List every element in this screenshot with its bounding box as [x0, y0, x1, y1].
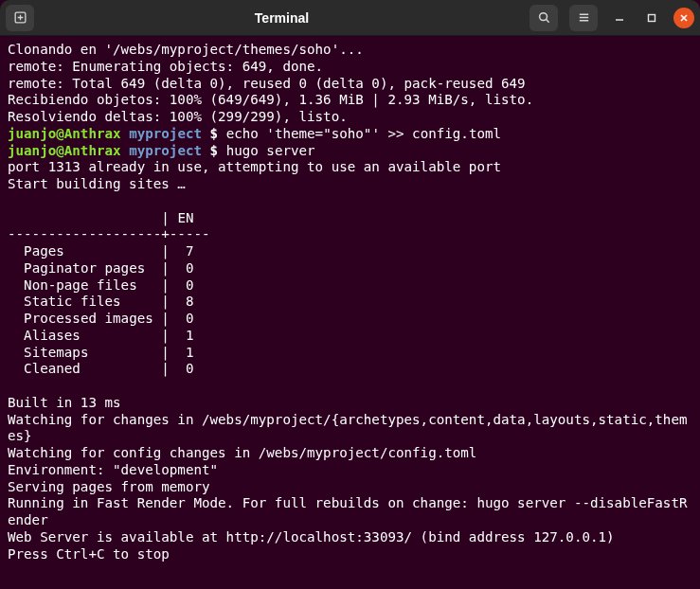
hamburger-icon [577, 10, 591, 25]
new-tab-button[interactable] [6, 5, 34, 31]
output-line: Start building sites … [8, 176, 186, 191]
output-line: Paginator pages | 0 [8, 260, 210, 276]
prompt-userhost: juanjo@Anthrax [8, 126, 121, 141]
terminal-window: Terminal [0, 0, 700, 589]
output-line: Recibiendo objetos: 100% (649/649), 1.36… [8, 92, 533, 107]
maximize-button[interactable] [641, 8, 662, 28]
svg-rect-9 [649, 14, 655, 21]
output-line: Aliases | 1 [8, 328, 210, 343]
minimize-button[interactable] [609, 8, 630, 28]
search-icon [537, 10, 551, 25]
prompt-path: myproject [129, 126, 202, 141]
output-line: Watching for config changes in /webs/myp… [8, 445, 476, 460]
command-text: hugo server [226, 143, 315, 158]
minimize-icon [615, 13, 624, 23]
search-button[interactable] [529, 5, 558, 31]
output-line: Sitemaps | 1 [8, 345, 210, 360]
output-line: remote: Total 649 (delta 0), reused 0 (d… [8, 76, 526, 91]
close-button[interactable] [673, 8, 694, 28]
output-line: Web Server is available at http://localh… [8, 529, 615, 544]
output-line: Running in Fast Render Mode. For full re… [8, 495, 688, 527]
prompt-symbol: $ [210, 126, 219, 141]
prompt-path: myproject [129, 143, 202, 158]
output-line: Clonando en '/webs/myproject/themes/soho… [8, 42, 364, 57]
maximize-icon [647, 13, 656, 23]
output-line: Serving pages from memory [8, 479, 210, 494]
output-line: -------------------+----- [8, 226, 210, 241]
svg-line-4 [546, 20, 548, 23]
titlebar: Terminal [0, 0, 700, 36]
command-text: echo 'theme="soho"' >> config.toml [226, 126, 501, 141]
new-tab-icon [13, 10, 27, 25]
output-line: | EN [8, 210, 210, 225]
output-line: Press Ctrl+C to stop [8, 546, 170, 562]
output-line: Environment: "development" [8, 462, 218, 477]
output-line: Processed images | 0 [8, 311, 210, 326]
output-line: Built in 13 ms [8, 395, 121, 410]
svg-point-3 [539, 13, 547, 21]
prompt-symbol: $ [210, 143, 219, 158]
close-icon [679, 13, 689, 23]
menu-button[interactable] [569, 5, 598, 31]
output-line: Static files | 8 [8, 294, 210, 309]
output-line: Cleaned | 0 [8, 361, 210, 376]
window-title: Terminal [34, 10, 529, 26]
terminal-output[interactable]: Clonando en '/webs/myproject/themes/soho… [0, 36, 700, 589]
output-line: Watching for changes in /webs/myproject/… [8, 412, 688, 444]
output-line: Pages | 7 [8, 243, 210, 259]
output-line: Non-page files | 0 [8, 277, 210, 293]
output-line: Resolviendo deltas: 100% (299/299), list… [8, 109, 348, 124]
output-line: remote: Enumerating objects: 649, done. [8, 59, 323, 74]
prompt-userhost: juanjo@Anthrax [8, 143, 121, 158]
output-line: port 1313 already in use, attempting to … [8, 159, 501, 174]
